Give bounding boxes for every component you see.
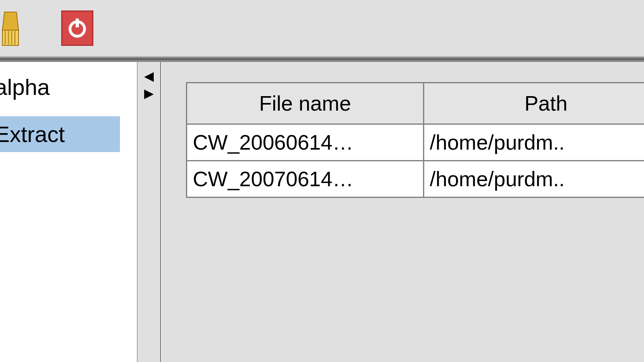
sidebar-title: 0 alpha: [0, 70, 137, 116]
content-panel: File name Path CW_20060614… /home/purdm.…: [161, 62, 644, 362]
chevron-left-icon: ◂: [144, 67, 154, 84]
cell-filename: CW_20060614…: [187, 124, 424, 161]
sidebar: 0 alpha e/Extract: [0, 62, 137, 362]
toolbar: [0, 0, 644, 56]
toolbar-divider: [0, 56, 644, 62]
file-table: File name Path CW_20060614… /home/purdm.…: [186, 82, 644, 198]
cell-path: /home/purdm..: [423, 161, 644, 197]
empty-area: [186, 198, 644, 359]
sidebar-item-extract[interactable]: e/Extract: [0, 116, 120, 152]
column-header-filename[interactable]: File name: [187, 83, 424, 124]
table-row[interactable]: CW_20070614… /home/purdm..: [187, 161, 644, 197]
brush-icon[interactable]: [0, 9, 21, 47]
chevron-right-icon: ▸: [144, 84, 154, 101]
cell-path: /home/purdm..: [423, 124, 644, 161]
cell-filename: CW_20070614…: [187, 161, 424, 197]
splitter-handle[interactable]: ◂ ▸: [137, 62, 161, 362]
svg-rect-7: [76, 19, 79, 27]
main-area: 0 alpha e/Extract ◂ ▸ File name Path CW_…: [0, 62, 644, 362]
power-icon[interactable]: [61, 10, 93, 46]
table-row[interactable]: CW_20060614… /home/purdm..: [187, 124, 644, 161]
svg-marker-0: [2, 12, 19, 30]
column-header-path[interactable]: Path: [423, 83, 644, 124]
